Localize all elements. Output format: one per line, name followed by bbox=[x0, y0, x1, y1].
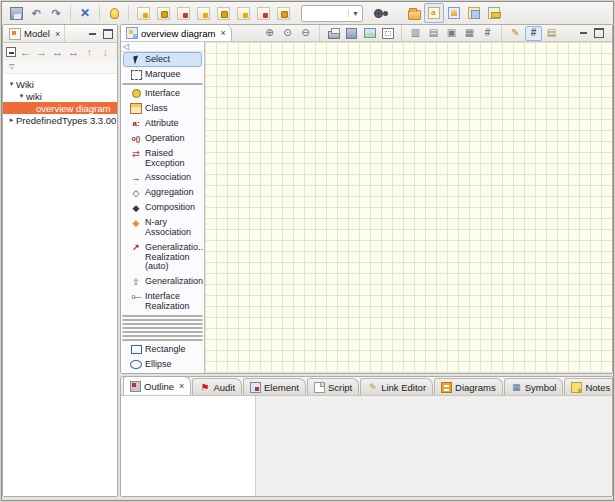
palette-tool-marquee[interactable]: Marquee bbox=[123, 67, 202, 82]
snap-grid-button[interactable] bbox=[525, 26, 542, 41]
redo-button[interactable] bbox=[46, 3, 66, 23]
tab-overview-diagram[interactable]: overview diagram × bbox=[121, 25, 232, 41]
palette-tool-rectangle[interactable]: Rectangle bbox=[123, 342, 202, 357]
palette-tool-aggregation[interactable]: Aggregation bbox=[123, 185, 202, 200]
el5-button[interactable] bbox=[213, 3, 233, 23]
tab-link-editor[interactable]: Link Editor bbox=[360, 378, 433, 395]
close-icon[interactable]: × bbox=[179, 381, 184, 391]
model-view-menu[interactable]: ▽ bbox=[3, 61, 117, 74]
diagram-canvas[interactable] bbox=[205, 42, 612, 373]
palette-tool-select[interactable]: Select bbox=[123, 52, 202, 67]
palette-drawer-component-mo-[interactable]: Component mo... bbox=[122, 319, 203, 321]
move-down-button[interactable] bbox=[98, 44, 113, 60]
layers-button[interactable] bbox=[543, 26, 560, 41]
flag-edge-button[interactable] bbox=[114, 44, 116, 60]
expander-right-icon[interactable]: ▸ bbox=[7, 116, 16, 124]
palette-tool-label: N-ary Association bbox=[145, 217, 191, 237]
folder-button[interactable] bbox=[404, 3, 424, 23]
view2-button[interactable] bbox=[444, 3, 464, 23]
palette-drawer-information-flo-[interactable]: Information Flo... bbox=[122, 331, 203, 333]
palette-drawer-class-model[interactable]: Class model« bbox=[122, 83, 203, 85]
undo-button[interactable] bbox=[26, 3, 46, 23]
maximize-icon[interactable] bbox=[593, 28, 604, 38]
view3-button[interactable] bbox=[464, 3, 484, 23]
pencil-button[interactable] bbox=[507, 26, 524, 41]
palette-drawer-imports-links[interactable]: Imports links bbox=[122, 327, 203, 329]
assoc-arrow-icon bbox=[130, 172, 142, 183]
palette-drawer-free-drawing[interactable]: Free drawing« bbox=[122, 339, 203, 341]
tab-diagrams[interactable]: Diagrams bbox=[434, 378, 503, 395]
el4-button[interactable] bbox=[193, 3, 213, 23]
tab-symbol[interactable]: Symbol bbox=[504, 378, 564, 395]
expander-down-icon[interactable]: ▾ bbox=[7, 80, 16, 88]
palette-tool-composition[interactable]: Composition bbox=[123, 200, 202, 215]
align-middle-button[interactable] bbox=[461, 26, 478, 41]
palette-tool-attribute[interactable]: Attribute bbox=[123, 116, 202, 131]
tree-item-overview-diagram[interactable]: overview diagram bbox=[3, 102, 117, 114]
tab-script[interactable]: Script bbox=[307, 378, 359, 395]
binoculars-button[interactable] bbox=[368, 3, 388, 23]
palette-tool-interface[interactable]: Interface bbox=[123, 86, 202, 101]
tab-outline[interactable]: Outline× bbox=[123, 376, 191, 395]
save-small-button[interactable] bbox=[343, 26, 360, 41]
export-image-button[interactable] bbox=[361, 26, 378, 41]
el1-button[interactable] bbox=[133, 3, 153, 23]
align-v-button[interactable] bbox=[425, 26, 442, 41]
expander-down-icon[interactable]: ▾ bbox=[17, 92, 26, 100]
palette-drawer-partial[interactable] bbox=[122, 315, 203, 317]
tree-item-predefinedtypes-3-3-00[interactable]: ▸PredefinedTypes 3.3.00 bbox=[3, 114, 117, 126]
save-button[interactable] bbox=[6, 3, 26, 23]
move-down-icon bbox=[98, 45, 113, 60]
print-button[interactable] bbox=[325, 26, 342, 41]
palette-collapse-row[interactable]: ◁ bbox=[121, 42, 204, 52]
binoculars-icon bbox=[371, 6, 386, 21]
link-blue-button[interactable] bbox=[50, 44, 65, 60]
close-icon[interactable]: × bbox=[220, 28, 225, 38]
tab-element[interactable]: Element bbox=[243, 378, 306, 395]
lightbulb-button[interactable] bbox=[104, 3, 124, 23]
el8-button[interactable] bbox=[273, 3, 293, 23]
configure-button[interactable] bbox=[75, 3, 95, 23]
outline-content[interactable] bbox=[121, 396, 256, 496]
tree-item-wiki[interactable]: ▾wiki bbox=[3, 90, 117, 102]
el2-button[interactable] bbox=[153, 3, 173, 23]
palette-tool-text[interactable]: Text bbox=[123, 372, 202, 373]
toolbar-combo[interactable]: ▼ bbox=[301, 5, 363, 22]
align-h-button[interactable] bbox=[407, 26, 424, 41]
palette-tool-raised-exception[interactable]: Raised Exception bbox=[123, 146, 202, 170]
el6-button[interactable] bbox=[233, 3, 253, 23]
collapse-all-button[interactable] bbox=[5, 44, 17, 60]
palette-tool-generalizatio-realization-auto-[interactable]: Generalizatio... Realization (auto) bbox=[123, 240, 202, 274]
minimize-icon[interactable] bbox=[578, 28, 589, 38]
move-up-button[interactable] bbox=[82, 44, 97, 60]
palette-tool-class[interactable]: Class bbox=[123, 101, 202, 116]
tab-notes-and-constraints[interactable]: Notes and constraints bbox=[564, 378, 613, 395]
zoom-in-button[interactable] bbox=[261, 26, 278, 41]
palette-drawer-common[interactable]: Common bbox=[122, 335, 203, 337]
minimize-icon[interactable] bbox=[87, 29, 98, 39]
nav-back-button[interactable] bbox=[18, 44, 33, 60]
fit-page-button[interactable] bbox=[379, 26, 396, 41]
close-icon[interactable]: × bbox=[55, 29, 60, 39]
el7-button[interactable] bbox=[253, 3, 273, 23]
palette-tool-interface-realization[interactable]: Interface Realization bbox=[123, 289, 202, 313]
tab-audit[interactable]: Audit bbox=[192, 378, 242, 395]
palette-tool-operation[interactable]: Operation bbox=[123, 131, 202, 146]
el3-button[interactable] bbox=[173, 3, 193, 23]
link-purple-button[interactable] bbox=[66, 44, 81, 60]
nav-fwd-button[interactable] bbox=[34, 44, 49, 60]
maximize-icon[interactable] bbox=[102, 29, 113, 39]
tab-model[interactable]: Model × bbox=[5, 25, 65, 42]
palette-tool-ellipse[interactable]: Ellipse bbox=[123, 357, 202, 372]
palette-tool-generalization[interactable]: Generalization bbox=[123, 274, 202, 289]
view4-button[interactable] bbox=[484, 3, 504, 23]
zoom-out-button[interactable] bbox=[297, 26, 314, 41]
tree-item-wiki[interactable]: ▾Wiki bbox=[3, 78, 117, 90]
palette-drawer-instance-model[interactable]: Instance model bbox=[122, 323, 203, 325]
view1-button[interactable] bbox=[424, 3, 444, 23]
palette-tool-n-ary-association[interactable]: N-ary Association bbox=[123, 215, 202, 239]
zoom-reset-button[interactable] bbox=[279, 26, 296, 41]
page-grid-button[interactable] bbox=[479, 26, 496, 41]
align-center-button[interactable] bbox=[443, 26, 460, 41]
palette-tool-association[interactable]: Association bbox=[123, 170, 202, 185]
